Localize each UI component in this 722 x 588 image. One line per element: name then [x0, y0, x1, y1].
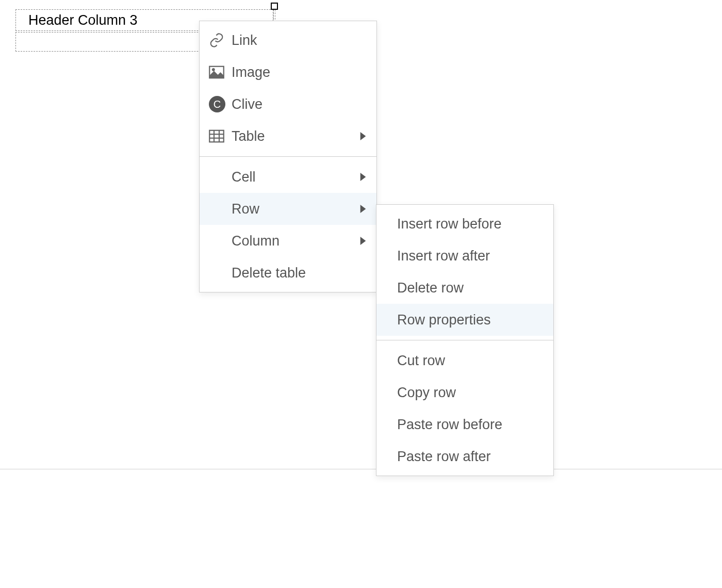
icon-placeholder	[209, 233, 228, 249]
menu-item-paste-row-after[interactable]: Paste row after	[376, 440, 553, 472]
menu-item-label: Cut row	[397, 353, 543, 369]
menu-item-image[interactable]: Image	[200, 56, 376, 88]
icon-placeholder	[209, 201, 228, 217]
menu-separator	[376, 340, 553, 340]
icon-placeholder	[209, 265, 228, 281]
menu-item-label: Clive	[232, 96, 366, 112]
image-icon	[209, 64, 228, 80]
menu-item-insert-row-before[interactable]: Insert row before	[376, 208, 553, 240]
menu-item-label: Insert row before	[397, 216, 543, 232]
svg-rect-2	[209, 130, 224, 142]
menu-item-link[interactable]: Link	[200, 24, 376, 56]
menu-item-label: Paste row after	[397, 449, 543, 465]
menu-item-label: Paste row before	[397, 417, 543, 433]
table-header-cell[interactable]	[16, 10, 24, 30]
chevron-right-icon	[360, 205, 366, 213]
menu-item-paste-row-before[interactable]: Paste row before	[376, 409, 553, 440]
icon-placeholder	[209, 169, 228, 185]
menu-item-label: Image	[232, 64, 366, 80]
menu-item-clive[interactable]: C Clive	[200, 88, 376, 120]
menu-item-delete-row[interactable]: Delete row	[376, 272, 553, 304]
link-icon	[209, 32, 228, 48]
menu-item-row[interactable]: Row	[200, 193, 376, 225]
table-cell[interactable]	[16, 32, 24, 51]
menu-item-column[interactable]: Column	[200, 225, 376, 257]
menu-item-label: Table	[232, 128, 360, 144]
menu-item-label: Link	[232, 32, 366, 48]
table-icon	[209, 128, 228, 144]
row-submenu: Insert row before Insert row after Delet…	[376, 204, 554, 476]
context-menu: Link Image C Clive Table	[199, 21, 377, 292]
svg-point-1	[212, 69, 215, 71]
menu-item-cut-row[interactable]: Cut row	[376, 345, 553, 377]
chevron-right-icon	[360, 237, 366, 245]
chevron-right-icon	[360, 173, 366, 181]
menu-item-label: Row	[232, 201, 360, 217]
menu-item-label: Insert row after	[397, 248, 543, 264]
menu-item-row-properties[interactable]: Row properties	[376, 304, 553, 336]
menu-item-label: Column	[232, 233, 360, 249]
menu-item-label: Delete table	[232, 265, 366, 281]
menu-item-insert-row-after[interactable]: Insert row after	[376, 240, 553, 272]
chevron-right-icon	[360, 132, 366, 140]
menu-item-label: Delete row	[397, 280, 543, 296]
table-header-text: Header Column 3	[28, 12, 138, 28]
menu-item-table[interactable]: Table	[200, 120, 376, 152]
menu-item-cell[interactable]: Cell	[200, 161, 376, 193]
clive-icon: C	[209, 96, 228, 112]
menu-item-label: Cell	[232, 169, 360, 185]
menu-item-delete-table[interactable]: Delete table	[200, 257, 376, 289]
table-resize-handle[interactable]	[271, 3, 278, 10]
menu-item-label: Copy row	[397, 385, 543, 401]
menu-item-copy-row[interactable]: Copy row	[376, 377, 553, 409]
menu-separator	[200, 156, 376, 157]
menu-item-label: Row properties	[397, 312, 543, 328]
